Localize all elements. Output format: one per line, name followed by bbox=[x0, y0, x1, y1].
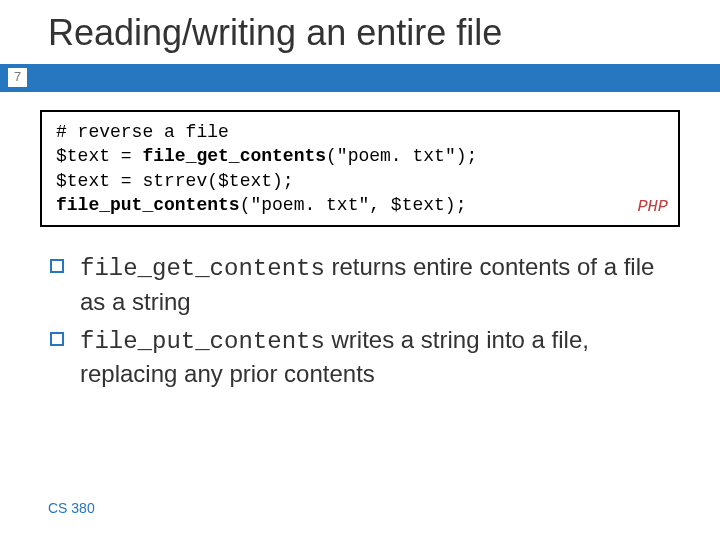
code-block: # reverse a file $text = file_get_conten… bbox=[40, 110, 680, 227]
code-line: $text = file_get_contents("poem. txt"); bbox=[56, 144, 664, 168]
code-line: # reverse a file bbox=[56, 120, 664, 144]
bullet-icon bbox=[50, 259, 64, 273]
code-text: $text = bbox=[56, 146, 142, 166]
inline-code: file_put_contents bbox=[80, 328, 325, 355]
code-text: ("poem. txt"); bbox=[326, 146, 477, 166]
page-number: 7 bbox=[8, 68, 27, 87]
code-text: ("poem. txt", $text); bbox=[240, 195, 467, 215]
footer-text: CS 380 bbox=[48, 500, 95, 516]
language-badge: PHP bbox=[637, 196, 668, 219]
bullet-list: file_get_contents returns entire content… bbox=[40, 251, 680, 391]
slide: Reading/writing an entire file 7 # rever… bbox=[0, 0, 720, 540]
code-line: $text = strrev($text); bbox=[56, 169, 664, 193]
bullet-text: file_put_contents writes a string into a… bbox=[80, 324, 680, 391]
code-fn: file_get_contents bbox=[142, 146, 326, 166]
content-area: # reverse a file $text = file_get_conten… bbox=[0, 92, 720, 391]
bullet-text: file_get_contents returns entire content… bbox=[80, 251, 680, 318]
list-item: file_put_contents writes a string into a… bbox=[50, 324, 680, 391]
inline-code: file_get_contents bbox=[80, 255, 325, 282]
code-line: file_put_contents("poem. txt", $text); bbox=[56, 193, 664, 217]
bullet-icon bbox=[50, 332, 64, 346]
accent-bar: 7 bbox=[0, 64, 720, 92]
code-fn: file_put_contents bbox=[56, 195, 240, 215]
page-title: Reading/writing an entire file bbox=[0, 0, 720, 64]
list-item: file_get_contents returns entire content… bbox=[50, 251, 680, 318]
